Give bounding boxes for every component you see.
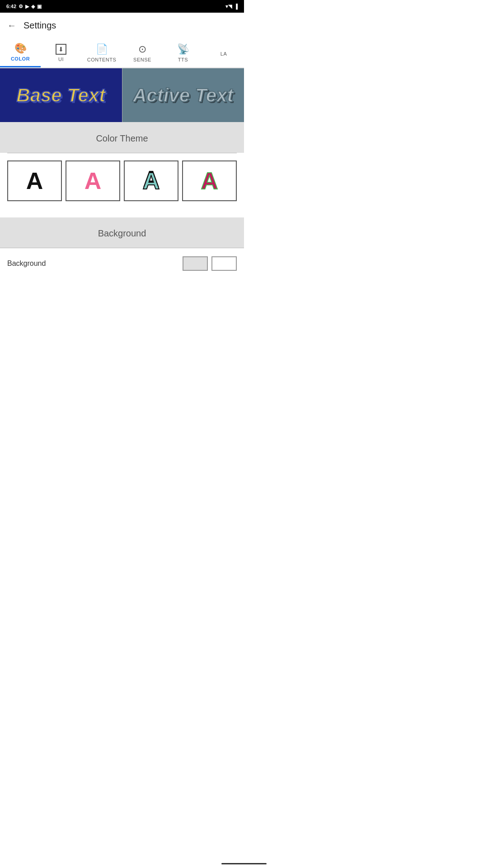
tab-color[interactable]: 🎨 COLOR xyxy=(0,38,41,67)
background-label: Background xyxy=(7,259,46,268)
active-text-preview[interactable]: Active Text xyxy=(122,68,244,122)
preview-row: Base Text Active Text xyxy=(0,68,244,123)
background-title: Background xyxy=(98,228,146,238)
background-row: Background xyxy=(0,248,244,279)
back-button[interactable]: ← xyxy=(7,20,16,31)
theme-option-black[interactable]: A xyxy=(7,160,62,201)
ui-tab-label: UI xyxy=(58,57,64,62)
signal-icon: ▐ xyxy=(234,4,238,9)
color-theme-section-header: Color Theme xyxy=(0,123,244,153)
play-icon: ▶ xyxy=(25,4,29,9)
active-text-label: Active Text xyxy=(133,85,234,106)
base-text-preview[interactable]: Base Text xyxy=(0,68,122,122)
color-tab-label: COLOR xyxy=(11,56,30,61)
contents-tab-icon: 📄 xyxy=(96,43,108,55)
sense-tab-label: SENSE xyxy=(133,57,151,62)
color-theme-title: Color Theme xyxy=(96,133,148,143)
tts-tab-label: TTS xyxy=(178,57,188,62)
theme-option-teal[interactable]: A xyxy=(124,160,178,201)
tab-bar: 🎨 COLOR ⬇ UI 📄 CONTENTS ⊙ SENSE 📡 TTS LA xyxy=(0,38,244,68)
swatch-white[interactable] xyxy=(211,256,237,271)
theme-options: A A A A xyxy=(0,153,244,208)
status-time: 6:42 xyxy=(6,4,16,9)
share-icon: ◈ xyxy=(31,4,35,9)
status-right: ▾◥ ▐ xyxy=(225,4,238,9)
tts-tab-icon: 📡 xyxy=(177,43,189,55)
status-left: 6:42 ⚙ ▶ ◈ ▣ xyxy=(6,4,42,9)
ui-tab-icon: ⬇ xyxy=(56,44,66,55)
background-swatches xyxy=(183,256,237,271)
clipboard-icon: ▣ xyxy=(37,4,42,9)
theme-letter-magenta: A xyxy=(201,167,218,194)
theme-option-pink[interactable]: A xyxy=(66,160,120,201)
theme-letter-pink: A xyxy=(84,167,102,194)
la-tab-label: LA xyxy=(221,51,227,57)
swatch-gray[interactable] xyxy=(183,256,208,271)
tab-contents[interactable]: 📄 CONTENTS xyxy=(81,38,122,67)
background-section-header: Background xyxy=(0,217,244,248)
theme-option-magenta[interactable]: A xyxy=(182,160,237,201)
base-text-label: Base Text xyxy=(16,85,105,106)
top-bar: ← Settings xyxy=(0,13,244,38)
theme-letter-teal: A xyxy=(143,167,160,194)
contents-tab-label: CONTENTS xyxy=(87,57,117,62)
settings-icon: ⚙ xyxy=(19,4,23,9)
theme-letter-black: A xyxy=(26,167,43,194)
tab-ui[interactable]: ⬇ UI xyxy=(41,38,81,67)
color-tab-icon: 🎨 xyxy=(14,42,27,54)
tab-tts[interactable]: 📡 TTS xyxy=(163,38,203,67)
tab-la[interactable]: LA xyxy=(203,38,244,67)
sense-tab-icon: ⊙ xyxy=(138,43,146,55)
wifi-icon: ▾◥ xyxy=(225,4,232,9)
tab-sense[interactable]: ⊙ SENSE xyxy=(122,38,163,67)
status-bar: 6:42 ⚙ ▶ ◈ ▣ ▾◥ ▐ xyxy=(0,0,244,13)
page-title: Settings xyxy=(23,20,56,31)
